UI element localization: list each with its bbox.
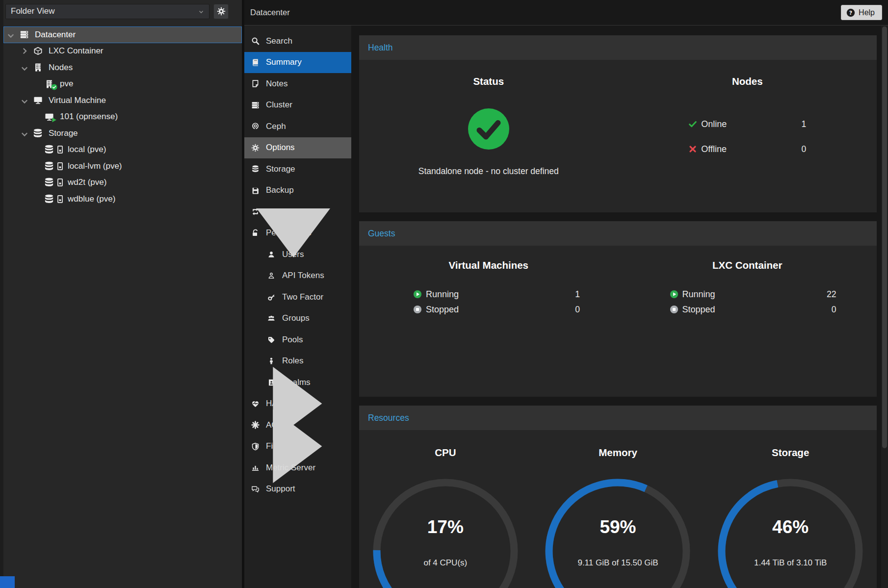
tree-item-datacenter[interactable]: Datacenter	[3, 26, 242, 43]
drive-icon	[56, 178, 64, 187]
menu-item-summary[interactable]: Summary	[244, 52, 351, 74]
node-state-value: 1	[802, 119, 807, 129]
resources-panel: Resources CPU17%of 4 CPU(s)Memory59%9.11…	[359, 406, 877, 588]
node-state-label: Offline	[701, 144, 727, 154]
menu-item-label: Pools	[282, 335, 303, 345]
database-icon	[31, 128, 45, 139]
play-circle-icon	[670, 290, 679, 299]
menu-item-label: Support	[266, 484, 295, 494]
tree-item-local-pve[interactable]: local (pve)	[3, 142, 242, 158]
tree-item-label: Nodes	[49, 63, 73, 73]
search-icon	[250, 37, 260, 46]
help-button[interactable]: ? Help	[841, 5, 882, 20]
resource-tree: DatacenterLXC ContainerNodespveVirtual M…	[3, 23, 242, 207]
nodes-column: Nodes Online1Offline0	[618, 60, 877, 212]
scrollbar-thumb[interactable]	[882, 26, 887, 448]
user-outline-icon	[266, 271, 276, 280]
key-icon	[266, 293, 276, 302]
drive-icon	[56, 195, 64, 204]
cross-icon	[688, 145, 697, 153]
book-icon	[250, 58, 260, 67]
datacenter-menu: SearchSummaryNotesClusterCephOptionsStor…	[244, 26, 351, 588]
menu-item-label: Options	[266, 143, 295, 153]
expander-down-icon[interactable]	[20, 63, 29, 72]
database-icon	[44, 194, 54, 205]
server-stack-icon	[250, 101, 260, 109]
nodes-rows: Online1Offline0	[688, 116, 806, 175]
gauge-caption: 1.44 TiB of 3.10 TiB	[714, 558, 866, 568]
menu-item-storage[interactable]: Storage	[244, 158, 351, 180]
status-heading: Status	[359, 76, 618, 87]
help-icon: ?	[846, 8, 855, 17]
expander-down-icon[interactable]	[20, 129, 29, 138]
chevron-down-icon	[198, 8, 204, 14]
storage-icon	[42, 194, 56, 205]
gauge-caption: of 4 CPU(s)	[369, 558, 522, 568]
note-icon	[250, 79, 260, 88]
database-icon	[44, 161, 54, 172]
tree-item-pve[interactable]: pve	[3, 76, 242, 93]
guests-panel: Guests Virtual MachinesRunning1Stopped0L…	[359, 221, 877, 397]
menu-item-ceph[interactable]: Ceph	[244, 116, 351, 137]
guest-counts: Running22Stopped0	[670, 288, 836, 327]
tree-item-local-lvm-pve[interactable]: local-lvm (pve)	[3, 158, 242, 175]
tree-settings-button[interactable]	[213, 4, 229, 19]
guest-state-value: 0	[575, 305, 580, 315]
menu-item-firewall[interactable]: Firewall	[244, 436, 351, 458]
tree-item-wd2t-pve[interactable]: wd2t (pve)	[3, 175, 242, 191]
gauge-heading: CPU	[435, 446, 456, 460]
expander-right-icon[interactable]	[20, 47, 29, 55]
tree-item-101-opnsense[interactable]: 101 (opnsense)	[3, 109, 242, 126]
expander-down-icon[interactable]	[6, 30, 15, 39]
menu-item-label: Metric Server	[266, 463, 315, 473]
stop-circle-icon	[413, 305, 422, 314]
menu-item-two-factor[interactable]: Two Factor	[244, 286, 351, 308]
gauge-percent: 46%	[714, 517, 866, 537]
content-scrollbar[interactable]	[881, 26, 888, 588]
node-state-value: 0	[802, 144, 807, 154]
gauge-storage: Storage46%1.44 TiB of 3.10 TiB	[704, 430, 877, 588]
gauge-heading: Storage	[772, 446, 809, 460]
menu-item-support[interactable]: Support	[244, 479, 351, 500]
menu-item-cluster[interactable]: Cluster	[244, 95, 351, 116]
menu-item-metric-server[interactable]: Metric Server	[244, 457, 351, 479]
users-icon	[266, 314, 276, 323]
menu-item-users[interactable]: Users	[244, 244, 351, 265]
guests-panel-body: Virtual MachinesRunning1Stopped0LXC Cont…	[359, 246, 877, 397]
right-region: Datacenter ? Help SearchSummaryNotesClus…	[244, 0, 888, 588]
database-icon	[44, 144, 54, 155]
tree-item-label: 101 (opnsense)	[60, 112, 118, 122]
storage-icon	[42, 177, 56, 188]
menu-item-options[interactable]: Options	[244, 137, 351, 159]
gauge: 46%1.44 TiB of 3.10 TiB	[714, 478, 866, 588]
tree-item-storage[interactable]: Storage	[3, 125, 242, 142]
health-panel-header: Health	[359, 35, 877, 60]
guests-column-lxc-container: LXC ContainerRunning22Stopped0	[618, 246, 877, 397]
guests-panel-header: Guests	[359, 221, 877, 246]
guest-row-stopped: Stopped0	[413, 303, 580, 316]
expander-down-icon[interactable]	[20, 96, 29, 105]
menu-item-pools[interactable]: Pools	[244, 329, 351, 351]
menu-item-api-tokens[interactable]: API Tokens	[244, 265, 351, 287]
menu-item-notes[interactable]: Notes	[244, 73, 351, 95]
menu-item-permissions[interactable]: Permissions	[244, 223, 351, 244]
monitor-icon	[31, 96, 45, 105]
gauge: 17%of 4 CPU(s)	[369, 478, 522, 588]
tree-item-nodes[interactable]: Nodes	[3, 59, 242, 76]
guest-state-value: 22	[827, 289, 836, 300]
menu-item-search[interactable]: Search	[244, 30, 351, 52]
proxmox-app: Folder View DatacenterLXC ContainerNodes…	[0, 0, 888, 588]
menu-item-label: Summary	[266, 57, 302, 67]
tree-item-wdblue-pve[interactable]: wdblue (pve)	[3, 191, 242, 207]
stop-circle-icon	[670, 305, 679, 314]
chat-icon	[250, 485, 260, 493]
tree-item-label: Storage	[49, 128, 78, 138]
gear-icon	[217, 7, 226, 16]
tree-item-lxc-container[interactable]: LXC Container	[3, 43, 242, 60]
menu-item-groups[interactable]: Groups	[244, 308, 351, 330]
gauge-heading: Memory	[599, 446, 637, 460]
cube-icon	[31, 47, 45, 56]
view-selector[interactable]: Folder View	[5, 4, 209, 19]
tree-item-label: wdblue (pve)	[68, 194, 115, 204]
tree-item-virtual-machine[interactable]: Virtual Machine	[3, 92, 242, 109]
